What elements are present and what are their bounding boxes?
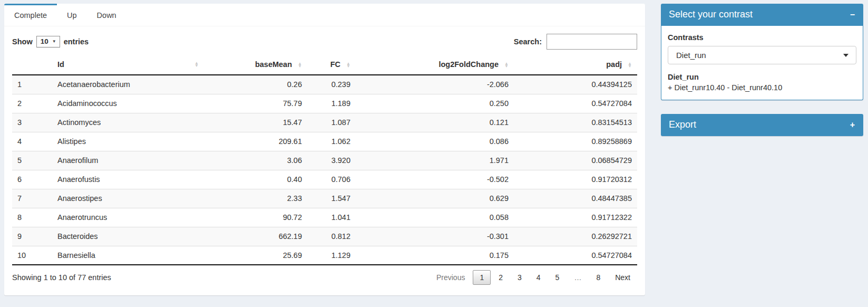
search-control: Search: (514, 34, 637, 50)
pagination-page-button[interactable]: 8 (589, 270, 607, 285)
show-label: Show (12, 37, 33, 46)
column-header-log2foldchange[interactable]: log2FoldChange ▲▼ (356, 55, 514, 75)
contrast-select[interactable]: Diet_run (668, 46, 856, 64)
cell-fc: 0.239 (307, 75, 356, 94)
cell-id: Bacteroides (52, 227, 204, 246)
cell-basemean: 3.06 (204, 151, 307, 170)
entries-count-select[interactable]: 10 ▼ (36, 36, 60, 47)
pagination-page-button[interactable]: 3 (511, 270, 529, 285)
cell-fc: 1.041 (307, 208, 356, 227)
select-caret-icon: ▼ (52, 39, 56, 44)
export-box-title: Export (669, 119, 696, 130)
cell-log2foldchange: 0.086 (356, 132, 514, 151)
pagination-page-button[interactable]: 4 (530, 270, 548, 285)
cell-basemean: 662.19 (204, 227, 307, 246)
cell-basemean: 209.61 (204, 132, 307, 151)
cell-basemean: 75.79 (204, 94, 307, 113)
cell-padj: 0.44394125 (514, 75, 637, 94)
cell-log2foldchange: -0.301 (356, 227, 514, 246)
row-index: 1 (12, 75, 52, 94)
entries-count-value: 10 (41, 37, 48, 45)
table-row[interactable]: 8 Anaerotruncus 90.72 1.041 0.058 0.9171… (12, 208, 637, 227)
pagination-previous-button[interactable]: Previous (430, 270, 472, 285)
row-index: 7 (12, 189, 52, 208)
table-row[interactable]: 5 Anaerofilum 3.06 3.920 1.971 0.0685472… (12, 151, 637, 170)
collapse-minus-icon[interactable]: − (850, 9, 855, 20)
contrast-formula: + Diet_runr10.40 - Diet_runr40.10 (668, 83, 856, 92)
table-row[interactable]: 3 Actinomyces 15.47 1.087 0.121 0.831545… (12, 113, 637, 132)
sidebar-panel: Select your contrast − Contrasts Diet_ru… (661, 4, 863, 295)
entries-label: entries (64, 37, 89, 46)
cell-log2foldchange: -0.502 (356, 170, 514, 189)
sort-icon: ▲▼ (628, 62, 632, 68)
caret-down-icon (843, 54, 849, 57)
cell-log2foldchange: 1.971 (356, 151, 514, 170)
contrast-name: Diet_run (668, 73, 856, 81)
cell-log2foldchange: 0.250 (356, 94, 514, 113)
pagination-next-button[interactable]: Next (608, 270, 637, 285)
table-row[interactable]: 9 Bacteroides 662.19 0.812 -0.301 0.2629… (12, 227, 637, 246)
cell-id: Anaerotruncus (52, 208, 204, 227)
contrast-box-title: Select your contrast (669, 9, 753, 20)
cell-padj: 0.54727084 (514, 246, 637, 265)
cell-basemean: 25.69 (204, 246, 307, 265)
search-input[interactable] (547, 34, 637, 50)
sort-icon: ▲▼ (194, 62, 199, 67)
table-row[interactable]: 4 Alistipes 209.61 1.062 0.086 0.8925886… (12, 132, 637, 151)
entries-info: Showing 1 to 10 of 77 entries (12, 273, 111, 282)
tab-up[interactable]: Up (57, 4, 87, 26)
table-row[interactable]: 1 Acetanaerobacterium 0.26 0.239 -2.066 … (12, 75, 637, 94)
export-box-header: Export + (661, 114, 863, 136)
cell-log2foldchange: -2.066 (356, 75, 514, 94)
tab-down[interactable]: Down (87, 4, 126, 26)
sort-icon: ▲▼ (504, 62, 509, 68)
column-header-padj[interactable]: padj ▲▼ (514, 55, 637, 75)
cell-fc: 1.189 (307, 94, 356, 113)
contrasts-label: Contrasts (668, 33, 856, 42)
cell-padj: 0.91720312 (514, 170, 637, 189)
column-header-id[interactable]: Id ▲▼ (52, 55, 204, 75)
column-header-label: baseMean (255, 60, 292, 69)
column-header-fc[interactable]: FC ▲▼ (307, 55, 356, 75)
table-row[interactable]: 2 Acidaminococcus 75.79 1.189 0.250 0.54… (12, 94, 637, 113)
tab-complete[interactable]: Complete (4, 4, 57, 26)
cell-fc: 0.812 (307, 227, 356, 246)
row-index: 3 (12, 113, 52, 132)
column-header-label: FC (330, 60, 340, 69)
cell-id: Anaerofilum (52, 151, 204, 170)
table-row[interactable]: 6 Anaerofustis 0.40 0.706 -0.502 0.91720… (12, 170, 637, 189)
page: Complete Up Down Show 10 ▼ entries S (0, 0, 868, 295)
pagination-page-button[interactable]: 2 (492, 270, 510, 285)
tab-content-complete: Show 10 ▼ entries Search: (4, 26, 645, 292)
cell-padj: 0.83154513 (514, 113, 637, 132)
cell-basemean: 90.72 (204, 208, 307, 227)
cell-id: Acidaminococcus (52, 94, 204, 113)
row-index: 8 (12, 208, 52, 227)
pagination: Previous 1 2 3 4 5 … 8 Next (428, 270, 637, 285)
pagination-page-button[interactable]: 5 (549, 270, 567, 285)
column-header-basemean[interactable]: baseMean ▲▼ (204, 55, 307, 75)
tab-bar: Complete Up Down (4, 4, 645, 26)
cell-padj: 0.89258869 (514, 132, 637, 151)
cell-padj: 0.91712322 (514, 208, 637, 227)
cell-basemean: 2.33 (204, 189, 307, 208)
row-index: 6 (12, 170, 52, 189)
table-row[interactable]: 10 Barnesiella 25.69 1.129 0.175 0.54727… (12, 246, 637, 265)
expand-plus-icon[interactable]: + (850, 120, 855, 130)
column-header-label: Id (57, 60, 64, 69)
row-index-header (12, 55, 52, 75)
cell-log2foldchange: 0.175 (356, 246, 514, 265)
cell-fc: 1.087 (307, 113, 356, 132)
cell-fc: 0.706 (307, 170, 356, 189)
cell-log2foldchange: 0.629 (356, 189, 514, 208)
cell-basemean: 0.40 (204, 170, 307, 189)
sort-icon: ▲▼ (298, 62, 302, 68)
contrast-box-body: Contrasts Diet_run Diet_run + Diet_runr1… (661, 26, 863, 100)
cell-basemean: 15.47 (204, 113, 307, 132)
table-row[interactable]: 7 Anaerostipes 2.33 1.547 0.629 0.484473… (12, 189, 637, 208)
search-label: Search: (514, 37, 542, 46)
row-index: 10 (12, 246, 52, 265)
pagination-page-button[interactable]: 1 (473, 270, 491, 285)
cell-fc: 1.062 (307, 132, 356, 151)
cell-padj: 0.26292721 (514, 227, 637, 246)
